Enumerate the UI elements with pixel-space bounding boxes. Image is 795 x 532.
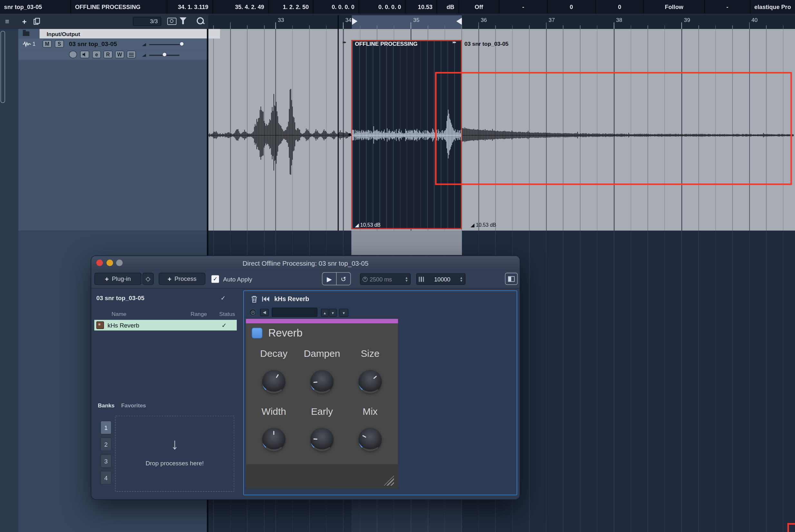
timeline-ruler[interactable]: 33 34 35 36 37 38 39 40 xyxy=(208,15,795,28)
direct-offline-processing-dialog: Direct Offline Processing: 03 snr top_03… xyxy=(91,256,519,499)
dialog-titlebar[interactable]: Direct Offline Processing: 03 snr top_03… xyxy=(91,256,519,270)
info-position-1[interactable]: 34. 1. 3.119 xyxy=(167,0,213,14)
range-selection-rectangle[interactable] xyxy=(435,72,792,185)
fade-marker-right-icon[interactable]: ▸▸ xyxy=(453,40,456,44)
duplicate-icon[interactable] xyxy=(32,16,43,26)
ruler-number: 38 xyxy=(616,17,622,23)
early-knob[interactable] xyxy=(310,428,334,451)
solo-button[interactable]: S xyxy=(55,40,64,48)
edit-channel-button[interactable]: e xyxy=(92,51,101,58)
reset-to-start-icon[interactable] xyxy=(260,294,271,304)
bank-button-3[interactable]: 3 xyxy=(100,454,112,468)
bank-button-1[interactable]: 1 xyxy=(100,421,112,434)
add-process-button[interactable]: + Process xyxy=(159,273,206,285)
volume-slider-knob[interactable] xyxy=(179,41,184,46)
plugin-accent-bar xyxy=(246,319,398,323)
left-sidebar xyxy=(0,29,18,532)
info-fade-off[interactable]: Off xyxy=(459,0,499,14)
clip-name-label[interactable]: 03 snr top_03-05 xyxy=(465,41,509,47)
tail-stepper[interactable]: ▲▼ xyxy=(405,276,408,282)
add-track-button[interactable]: + xyxy=(19,16,29,26)
column-header-range[interactable]: Range xyxy=(188,311,210,317)
info-algorithm[interactable]: elastique Pro xyxy=(751,0,795,14)
close-icon[interactable] xyxy=(96,260,103,266)
plugin-logo-icon[interactable] xyxy=(251,327,263,339)
audition-play-button[interactable]: ▶ xyxy=(322,273,336,285)
bank-button-4[interactable]: 4 xyxy=(100,471,112,484)
knob-label-dampen: Dampen xyxy=(299,348,345,359)
width-knob[interactable] xyxy=(262,428,285,451)
auto-apply-checkbox[interactable]: ✓ xyxy=(211,276,219,283)
audition-group: ▶ ↺ xyxy=(322,272,351,285)
monitor-button[interactable] xyxy=(80,51,89,58)
read-automation-button[interactable]: R xyxy=(103,51,112,58)
camera-icon[interactable] xyxy=(167,18,176,25)
fade-marker-left-icon[interactable]: ▸▸ xyxy=(343,40,346,44)
folder-track-header[interactable]: Input/Output xyxy=(40,29,220,39)
preset-prev-button[interactable]: ▲ xyxy=(321,309,328,317)
folder-icon xyxy=(23,32,29,36)
zoom-icon[interactable] xyxy=(116,260,122,266)
sidebar-scrollbar[interactable] xyxy=(1,31,5,103)
record-enable-button[interactable] xyxy=(69,51,77,58)
info-length[interactable]: 1. 2. 2. 50 xyxy=(269,0,314,14)
info-offset-1[interactable]: 0. 0. 0. 0 xyxy=(314,0,359,14)
info-dash-2[interactable]: - xyxy=(705,0,751,14)
minimize-icon[interactable] xyxy=(107,260,113,266)
decay-knob[interactable] xyxy=(262,370,285,393)
gain-triangle-icon: ◢ xyxy=(355,222,359,227)
bank-button-2[interactable]: 2 xyxy=(100,437,112,451)
clock-icon xyxy=(362,277,367,282)
info-offset-2[interactable]: 0. 0. 0. 0 xyxy=(359,0,405,14)
info-position-2[interactable]: 35. 4. 2. 49 xyxy=(213,0,269,14)
preset-next-button[interactable]: ▼ xyxy=(329,309,337,317)
favorites-diamond-button[interactable]: ◇ xyxy=(143,273,154,285)
drop-processes-zone[interactable]: ↓ Drop processes here! xyxy=(115,416,234,492)
folder-track-cell[interactable] xyxy=(18,29,40,39)
drop-hint-text: Drop processes here! xyxy=(116,460,234,467)
write-automation-button[interactable]: W xyxy=(115,51,124,58)
dampen-knob[interactable] xyxy=(310,370,334,393)
process-list-row[interactable]: kHs Reverb ✓ xyxy=(94,320,237,330)
filter-icon[interactable] xyxy=(179,17,187,24)
info-volume-value[interactable]: 10.53 xyxy=(405,0,437,14)
mix-knob[interactable] xyxy=(359,428,382,451)
preset-clock-icon[interactable] xyxy=(249,309,257,317)
volume-slider-track xyxy=(149,44,183,45)
tail-field[interactable]: 2500 ms ▲▼ xyxy=(360,273,411,285)
mute-button[interactable]: M xyxy=(42,40,52,48)
track-name[interactable]: 03 snr top_03-05 xyxy=(69,41,117,48)
project-cursor[interactable] xyxy=(338,15,339,231)
preset-back-button[interactable]: ◀ xyxy=(260,309,269,317)
track-list-panel: Input/Output 1 M S 03 snr top_03-05 e R … xyxy=(18,29,207,231)
banks-tab[interactable]: Banks xyxy=(98,402,115,408)
knob-label-mix: Mix xyxy=(347,406,394,417)
list-icon[interactable] xyxy=(127,51,136,58)
audition-loop-button[interactable]: ↺ xyxy=(337,273,350,285)
info-offline-status: OFFLINE PROCESSING xyxy=(71,0,167,14)
audio-track-row[interactable]: 1 M S 03 snr top_03-05 xyxy=(18,39,207,50)
favorites-tab[interactable]: Favorites xyxy=(121,402,146,408)
search-icon[interactable] xyxy=(197,17,204,24)
info-transpose[interactable]: 0 xyxy=(548,0,596,14)
auto-apply-label: Auto Apply xyxy=(223,276,252,283)
column-header-status[interactable]: Status xyxy=(215,311,239,317)
trash-icon[interactable] xyxy=(249,294,259,304)
track-number: 1 xyxy=(33,41,36,47)
size-knob[interactable] xyxy=(359,370,382,393)
clip-boundary-handle[interactable] xyxy=(348,133,351,136)
pan-slider-knob[interactable] xyxy=(162,52,167,57)
extend-stepper[interactable]: ▲▼ xyxy=(460,276,463,282)
add-plugin-button[interactable]: + Plug-in xyxy=(94,273,141,285)
panel-layout-button[interactable] xyxy=(505,273,518,285)
info-mute-dash[interactable]: - xyxy=(499,0,548,14)
extend-field[interactable]: 10000 ▲▼ xyxy=(416,273,466,285)
menu-icon[interactable]: ≡ xyxy=(5,18,10,24)
info-volume-unit: dB xyxy=(437,0,459,14)
info-follow-mode[interactable]: Follow xyxy=(644,0,705,14)
preset-menu-button[interactable]: ▼ xyxy=(339,309,348,317)
grid-display[interactable]: 3/3 xyxy=(133,17,161,26)
preset-name-field[interactable] xyxy=(272,307,318,317)
column-header-name[interactable]: Name xyxy=(111,311,126,317)
info-finetune[interactable]: 0 xyxy=(595,0,644,14)
